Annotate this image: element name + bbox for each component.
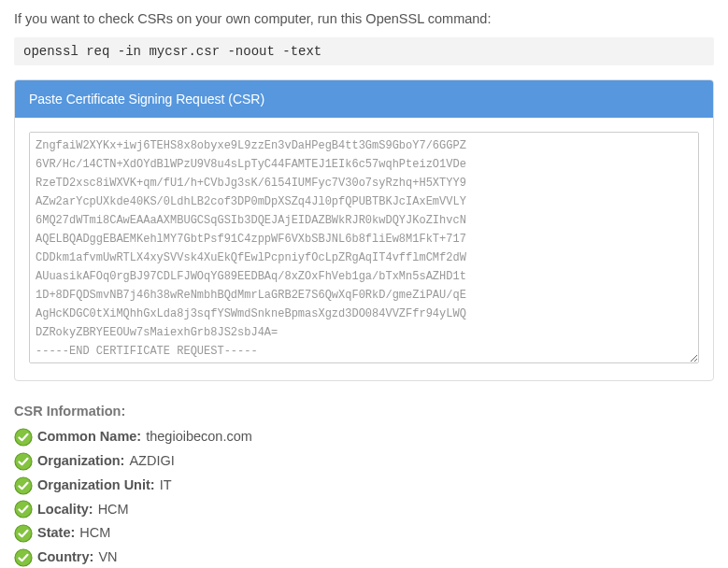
csr-info-row: Organization: AZDIGI [14, 450, 714, 473]
csr-info-heading: CSR Information: [14, 404, 714, 419]
info-label: Common Name: [37, 426, 141, 448]
check-icon [14, 500, 33, 518]
info-label: Locality: [37, 499, 93, 521]
info-value: thegioibecon.com [146, 426, 252, 448]
intro-text: If you want to check CSRs on your own co… [14, 9, 714, 30]
csr-panel: Paste Certificate Signing Request (CSR) [14, 79, 714, 381]
openssl-command: openssl req -in mycsr.csr -noout -text [14, 37, 714, 65]
check-icon [14, 452, 33, 471]
info-label: Organization Unit: [37, 475, 155, 497]
check-icon [14, 428, 33, 447]
csr-info-row: State: HCM [14, 522, 714, 545]
csr-info-row: Common Name: thegioibecon.com [14, 426, 714, 448]
panel-title: Paste Certificate Signing Request (CSR) [15, 80, 713, 118]
info-value: HCM [98, 499, 129, 521]
info-value: HCM [79, 522, 110, 545]
csr-textarea[interactable] [29, 132, 699, 363]
csr-info-row: Organization Unit: IT [14, 475, 714, 497]
info-value: IT [160, 475, 172, 497]
csr-info-row: Locality: HCM [14, 499, 714, 521]
info-label: State: [37, 522, 75, 545]
info-label: Organization: [37, 450, 124, 473]
panel-body [15, 118, 713, 380]
info-value: VN [98, 547, 117, 568]
check-icon [14, 476, 33, 495]
check-icon [14, 548, 33, 567]
check-icon [14, 524, 33, 543]
info-label: Country: [37, 547, 93, 568]
info-value: AZDIGI [129, 450, 174, 473]
csr-info-row: Country: VN [14, 547, 714, 568]
